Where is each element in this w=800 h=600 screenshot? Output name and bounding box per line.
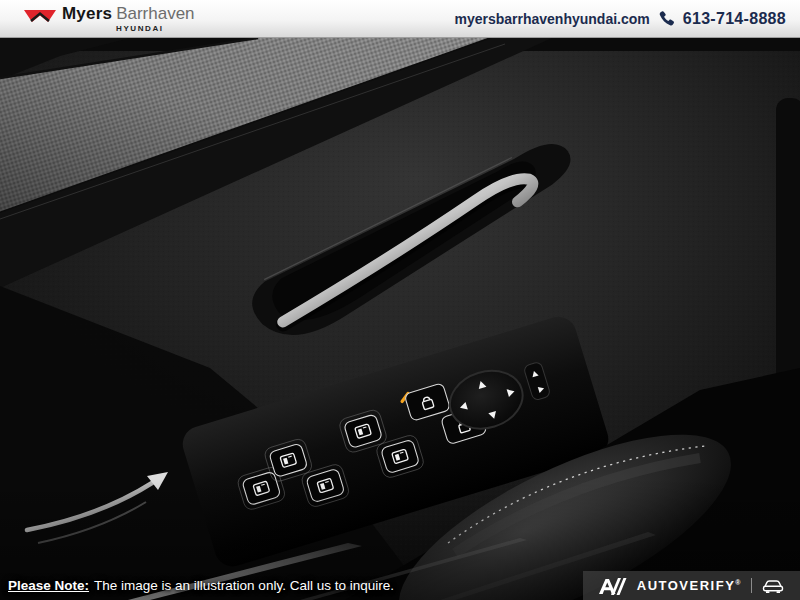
dealer-website[interactable]: myersbarrhavenhyundai.com xyxy=(454,11,649,27)
dealer-logo: MyersBarrhaven HYUNDAI xyxy=(24,5,195,33)
brand-make: HYUNDAI xyxy=(116,25,195,33)
brand-location: Barrhaven xyxy=(116,4,194,23)
dealer-contact: myersbarrhavenhyundai.com 613-714-8888 xyxy=(454,10,786,28)
door-panel-illustration xyxy=(0,38,800,600)
brand-name: Myers xyxy=(62,4,112,23)
divider xyxy=(751,578,752,593)
registered-mark: ® xyxy=(735,579,742,586)
phone-icon xyxy=(658,10,675,27)
vehicle-listing-image: MyersBarrhaven HYUNDAI myersbarrhavenhyu… xyxy=(0,0,800,600)
autoverify-label: AUTOVERIFY® xyxy=(637,578,742,593)
vehicle-photo: Please Note:The image is an illustration… xyxy=(0,38,800,600)
disclaimer-note: Please Note:The image is an illustration… xyxy=(8,578,394,593)
dealer-phone[interactable]: 613-714-8888 xyxy=(683,10,786,28)
autoverify-logo-icon xyxy=(598,576,628,596)
autoverify-watermark: AUTOVERIFY® xyxy=(583,571,800,600)
myers-logo-icon xyxy=(24,9,56,23)
car-icon xyxy=(761,577,785,594)
disclaimer-label: Please Note: xyxy=(8,578,89,593)
disclaimer-text: The image is an illustration only. Call … xyxy=(94,578,394,593)
dealer-header: MyersBarrhaven HYUNDAI myersbarrhavenhyu… xyxy=(0,0,800,38)
